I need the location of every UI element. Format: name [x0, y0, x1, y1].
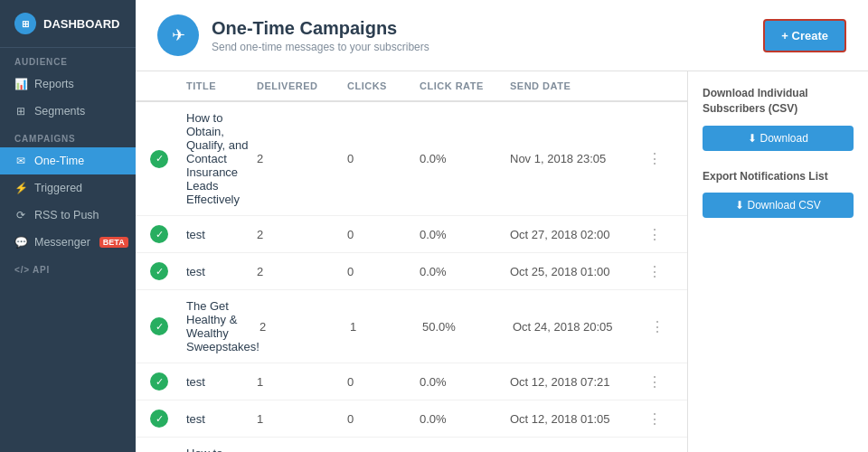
rss-icon: ⟳ — [14, 209, 27, 221]
delivered-count: 1 — [257, 375, 347, 389]
section-title-campaigns: Campaigns — [0, 125, 136, 147]
sidebar-item-triggered[interactable]: ⚡ Triggered — [0, 174, 136, 202]
content-area: TITLE DELIVERED CLICKS CLICK RATE SEND D… — [136, 71, 868, 452]
campaign-title[interactable]: test — [186, 228, 257, 241]
campaign-title[interactable]: test — [186, 375, 257, 389]
table-row: ✓ test 2 0 0.0% Oct 25, 2018 01:00 ⋮ — [136, 253, 687, 290]
col-delivered: DELIVERED — [257, 80, 347, 91]
send-date: Oct 12, 2018 01:05 — [510, 412, 637, 426]
clicks-count: 0 — [347, 375, 420, 389]
main-content: ✈ One-Time Campaigns Send one-time messa… — [136, 0, 868, 452]
csv-title: Download Individual Subscribers (CSV) — [703, 86, 854, 117]
download-notifications-button[interactable]: ⬇ Download CSV — [703, 193, 854, 218]
table-row: ✓ The Get Healthy & Wealthy Sweepstakes!… — [136, 290, 687, 363]
row-more-button[interactable]: ⋮ — [637, 410, 673, 428]
table-row: ✓ test 1 0 0.0% Oct 12, 2018 01:05 ⋮ — [136, 400, 687, 438]
send-date: Oct 24, 2018 20:05 — [513, 320, 639, 334]
campaign-title[interactable]: The Get Healthy & Wealthy Sweepstakes! — [186, 299, 259, 353]
delivered-count: 2 — [257, 265, 347, 278]
col-click-rate: CLICK RATE — [420, 80, 510, 91]
col-status — [150, 80, 186, 91]
table-row: ✓ test 2 0 0.0% Oct 27, 2018 02:00 ⋮ — [136, 216, 687, 253]
sidebar-item-segments-label: Segments — [34, 105, 85, 118]
sidebar-item-rss[interactable]: ⟳ RSS to Push — [0, 202, 136, 229]
row-status-icon: ✓ — [150, 410, 186, 428]
clicks-count: 0 — [347, 412, 420, 426]
delivered-count: 2 — [259, 320, 350, 334]
page-subtitle: Send one-time messages to your subscribe… — [212, 41, 429, 53]
campaign-title[interactable]: test — [186, 265, 257, 278]
section-title-audience: Audience — [0, 48, 136, 71]
click-rate: 0.0% — [420, 152, 510, 165]
page-header: ✈ One-Time Campaigns Send one-time messa… — [136, 0, 868, 71]
clicks-count: 0 — [347, 152, 420, 165]
col-clicks: CLICKS — [347, 80, 420, 91]
delivered-count: 2 — [257, 152, 347, 165]
col-actions — [637, 80, 673, 91]
click-rate: 0.0% — [420, 412, 510, 426]
delivered-count: 2 — [257, 228, 347, 241]
section-title-api: </> API — [0, 256, 136, 278]
sidebar-item-segments[interactable]: ⊞ Segments — [0, 98, 136, 125]
send-date: Nov 1, 2018 23:05 — [510, 152, 637, 165]
check-icon: ✓ — [150, 410, 168, 428]
reports-icon: 📊 — [14, 78, 27, 90]
row-status-icon: ✓ — [150, 317, 186, 335]
clicks-count: 1 — [350, 320, 422, 334]
sidebar-item-reports[interactable]: 📊 Reports — [0, 71, 136, 98]
campaign-title[interactable]: How to Obtain, Qualify, and Contact Insu… — [186, 111, 257, 206]
check-icon: ✓ — [150, 262, 168, 280]
row-status-icon: ✓ — [150, 225, 186, 243]
table-row: ✓ How to Obtain, Qualify, and Contact In… — [136, 102, 687, 216]
row-more-button[interactable]: ⋮ — [637, 263, 673, 280]
campaigns-table: TITLE DELIVERED CLICKS CLICK RATE SEND D… — [136, 71, 687, 452]
send-date: Oct 27, 2018 02:00 — [510, 228, 637, 241]
col-title: TITLE — [186, 80, 257, 91]
check-icon: ✓ — [150, 317, 168, 335]
dashboard-icon: ⊞ — [14, 13, 36, 34]
table-body: ✓ How to Obtain, Qualify, and Contact In… — [136, 102, 687, 452]
export-title: Export Notifications List — [703, 169, 854, 184]
page-header-text: One-Time Campaigns Send one-time message… — [212, 18, 429, 53]
sidebar-logo[interactable]: ⊞ DASHBOARD — [0, 0, 136, 48]
col-send-date: SEND DATE — [510, 80, 637, 91]
sidebar-item-messenger[interactable]: 💬 Messenger BETA — [0, 229, 136, 256]
sidebar-item-reports-label: Reports — [34, 78, 74, 90]
page-title: One-Time Campaigns — [212, 18, 429, 39]
campaign-title[interactable]: test — [186, 412, 257, 426]
row-more-button[interactable]: ⋮ — [637, 373, 673, 391]
clicks-count: 0 — [347, 265, 420, 278]
sidebar-item-one-time[interactable]: ✉ One-Time — [0, 147, 136, 174]
send-date: Oct 12, 2018 07:21 — [510, 375, 637, 389]
create-button[interactable]: + Create — [763, 19, 846, 52]
row-status-icon: ✓ — [150, 372, 186, 391]
export-section: Export Notifications List ⬇ Download CSV — [703, 169, 854, 219]
check-icon: ✓ — [150, 150, 168, 168]
click-rate: 0.0% — [420, 265, 510, 278]
clicks-count: 0 — [347, 228, 420, 241]
table-row: ✓ How to Declutter Your Home in 21 Days … — [136, 438, 687, 452]
send-date: Oct 25, 2018 01:00 — [510, 265, 637, 278]
download-csv-button[interactable]: ⬇ Download — [703, 126, 854, 151]
row-more-button[interactable]: ⋮ — [637, 150, 673, 167]
right-panel: Download Individual Subscribers (CSV) ⬇ … — [687, 71, 868, 452]
click-rate: 50.0% — [422, 320, 513, 334]
page-icon: ✈ — [157, 14, 199, 56]
sidebar-item-messenger-label: Messenger — [34, 236, 90, 249]
row-status-icon: ✓ — [150, 150, 186, 168]
campaign-title[interactable]: How to Declutter Your Home in 21 Days — [186, 447, 257, 452]
csv-section: Download Individual Subscribers (CSV) ⬇ … — [703, 86, 854, 151]
segments-icon: ⊞ — [14, 105, 27, 118]
row-more-button[interactable]: ⋮ — [637, 226, 673, 243]
check-icon: ✓ — [150, 225, 168, 243]
page-header-left: ✈ One-Time Campaigns Send one-time messa… — [157, 14, 429, 56]
triggered-icon: ⚡ — [14, 182, 27, 194]
row-more-button[interactable]: ⋮ — [639, 318, 675, 335]
click-rate: 0.0% — [420, 375, 510, 389]
sidebar-item-triggered-label: Triggered — [34, 182, 82, 194]
table-row: ✓ test 1 0 0.0% Oct 12, 2018 07:21 ⋮ — [136, 363, 687, 400]
sidebar-item-rss-label: RSS to Push — [34, 209, 99, 221]
beta-badge: BETA — [99, 237, 128, 248]
sidebar-logo-label: DASHBOARD — [43, 17, 120, 31]
table-header: TITLE DELIVERED CLICKS CLICK RATE SEND D… — [136, 71, 687, 102]
